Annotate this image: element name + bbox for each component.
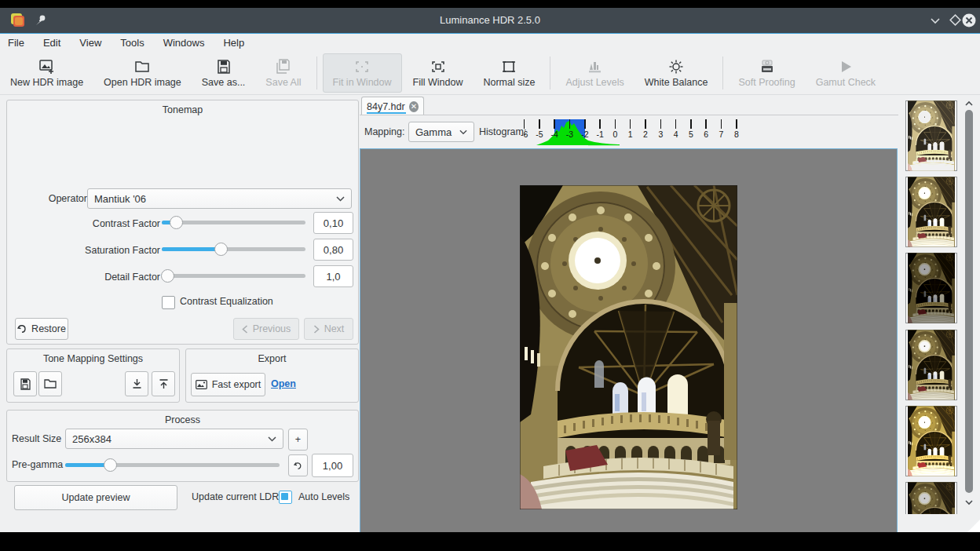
contrast-equalization-checkbox[interactable]	[162, 296, 175, 309]
preview-thumbnail-5[interactable]	[905, 406, 957, 476]
mapping-combobox[interactable]: Gamma 2.2	[408, 122, 474, 142]
slider-handle[interactable]	[161, 269, 174, 283]
tab-label: 84y7.hdr	[367, 101, 405, 112]
detail-factor-slider[interactable]	[162, 265, 305, 286]
toolbar-button-save-all[interactable]: Save All	[256, 53, 310, 93]
toolbar-label: Fit in Window	[333, 77, 392, 88]
preview-thumbnail-4[interactable]	[905, 330, 957, 400]
save-all-icon	[275, 59, 292, 75]
upload-icon	[159, 378, 169, 389]
toolbar-label: Save All	[265, 77, 301, 88]
preview-thumbnail-6[interactable]	[905, 482, 957, 514]
saturation-factor-value[interactable]: 0,80	[313, 239, 353, 261]
scroll-up-icon[interactable]	[964, 99, 974, 108]
pregamma-label: Pre-gamma	[12, 459, 63, 470]
plus-icon: +	[295, 434, 301, 445]
operator-label: Operator	[49, 193, 87, 204]
mapping-value: Gamma 2.2	[415, 126, 455, 138]
mapping-label: Mapping:	[364, 126, 404, 137]
toolbar-button-fit-in-window[interactable]: Fit in Window	[323, 53, 402, 93]
export-title: Export	[186, 353, 358, 364]
next-button[interactable]: Next	[304, 318, 353, 340]
scrollbar-thumb[interactable]	[965, 110, 973, 493]
menu-file[interactable]: File	[0, 34, 34, 52]
slider-handle[interactable]	[170, 216, 183, 229]
update-preview-button[interactable]: Update preview	[14, 485, 177, 510]
toolbar-button-normal-size[interactable]: Normal size	[474, 53, 544, 93]
menu-edit[interactable]: Edit	[34, 34, 70, 52]
toolbar-button-save-as[interactable]: Save as...	[192, 53, 255, 93]
chevron-down-icon	[268, 436, 276, 442]
preview-thumbnail-3[interactable]	[905, 253, 957, 323]
pregamma-slider[interactable]	[65, 454, 280, 475]
toolbar-button-soft-proofing[interactable]: Soft Proofing	[729, 53, 804, 93]
result-size-value: 256x384	[72, 433, 263, 445]
toolbar-label: Save as...	[202, 77, 246, 88]
restore-button[interactable]: Restore	[15, 318, 68, 340]
download-icon	[132, 378, 142, 389]
update-preview-label: Update preview	[62, 492, 130, 503]
contrast-factor-slider[interactable]	[162, 212, 305, 232]
fast-export-button[interactable]: Fast export	[191, 373, 265, 396]
histogram-ticks: -6 -5 -4 -3 -2 -1 0 1 2 3 4 5 6 7 8	[517, 119, 744, 139]
minimize-icon[interactable]	[927, 13, 943, 28]
slider-handle[interactable]	[214, 243, 228, 256]
toolbar-button-adjust-levels[interactable]: Adjust Levels	[556, 53, 633, 93]
toolbar-button-fill-window[interactable]: Fill Window	[404, 53, 473, 93]
resize-grip[interactable]	[967, 520, 980, 532]
toolbar-button-gamut-check[interactable]: Gamut Check	[806, 53, 885, 93]
mapping-row: Mapping: Gamma 2.2 Histogram: -6 -5 -4 -…	[360, 115, 898, 148]
tab-84y7-hdr[interactable]: 84y7.hdr ✕	[361, 97, 424, 115]
previous-button[interactable]: Previous	[233, 318, 299, 340]
toolbar-label: Soft Proofing	[738, 77, 795, 88]
toolbar-label: Open HDR image	[104, 77, 181, 88]
process-groupbox: Process Result Size 256x384 + Pre-gamma …	[6, 410, 359, 482]
operator-combobox[interactable]: Mantiuk '06	[87, 188, 352, 209]
preview-thumbnail-1[interactable]	[905, 100, 957, 171]
toolbar-button-open-hdr-image[interactable]: Open HDR image	[94, 53, 191, 93]
thumbnail-image	[908, 332, 955, 398]
thumbnail-image	[908, 179, 955, 245]
export-settings-button[interactable]	[152, 371, 175, 396]
slider-track[interactable]	[162, 274, 305, 278]
pregamma-value[interactable]: 1,00	[312, 454, 353, 477]
menu-help[interactable]: Help	[214, 34, 254, 52]
slider-handle[interactable]	[104, 458, 117, 472]
toolbar-button-new-hdr-image[interactable]: New HDR image	[1, 53, 93, 93]
apply-settings-button[interactable]	[125, 371, 148, 396]
slider-track[interactable]	[162, 221, 305, 224]
saturation-factor-slider[interactable]	[162, 239, 305, 259]
save-settings-button[interactable]	[13, 371, 37, 396]
window-title: Luminance HDR 2.5.0	[0, 8, 980, 33]
add-result-size-button[interactable]: +	[288, 429, 308, 451]
tab-close-icon[interactable]: ✕	[409, 101, 419, 112]
luminance-histogram[interactable]: -6 -5 -4 -3 -2 -1 0 1 2 3 4 5 6 7 8	[514, 119, 747, 146]
menu-view[interactable]: View	[70, 34, 111, 52]
menu-tools[interactable]: Tools	[111, 34, 153, 52]
previous-label: Previous	[253, 323, 291, 334]
update-current-ldr-checkbox[interactable]	[279, 491, 292, 504]
saturation-factor-label: Saturation Factor	[85, 245, 160, 256]
printer-icon	[759, 59, 776, 75]
contrast-equalization-label: Contrast Equalization	[180, 296, 273, 307]
preview-thumbnail-2[interactable]	[905, 177, 957, 247]
open-link[interactable]: Open	[271, 378, 296, 389]
load-settings-button[interactable]	[38, 371, 62, 396]
contrast-factor-value[interactable]: 0,10	[313, 212, 353, 234]
fit-window-icon	[353, 59, 371, 75]
result-size-combobox[interactable]: 256x384	[65, 429, 283, 449]
toolbar-label: Gamut Check	[816, 77, 876, 88]
image-viewport[interactable]	[360, 148, 898, 532]
toolbar: New HDR image Open HDR image Save as... …	[0, 52, 980, 95]
titlebar[interactable]: Luminance HDR 2.5.0	[0, 8, 980, 34]
checkbox-mark	[281, 493, 288, 500]
close-icon[interactable]	[961, 13, 977, 28]
scroll-down-icon[interactable]	[964, 498, 974, 507]
tone-mapping-settings-title: Tone Mapping Settings	[7, 353, 179, 364]
menu-windows[interactable]: Windows	[154, 34, 214, 52]
toolbar-button-white-balance[interactable]: White Balance	[635, 53, 718, 93]
toolbar-label: New HDR image	[10, 77, 83, 88]
pregamma-reset-button[interactable]	[288, 454, 308, 476]
detail-factor-value[interactable]: 1,0	[313, 265, 353, 287]
image-icon	[196, 380, 207, 389]
